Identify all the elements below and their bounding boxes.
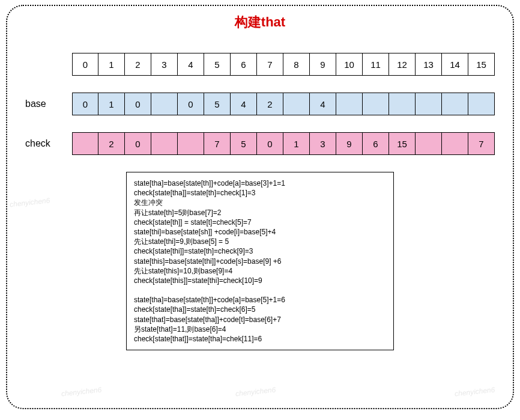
array-cell [178,132,204,155]
base-cells: 01005424 [72,93,495,115]
array-cell: 7 [257,53,283,76]
index-row: 0123456789101112131415 [25,53,495,76]
watermark: chenyichen6 [61,386,101,398]
array-cell: 0 [125,93,151,115]
array-cell: 13 [416,53,442,76]
array-cell: 5 [204,93,231,115]
array-cell: 3 [310,132,336,155]
array-cell [442,93,468,115]
base-row: base 01005424 [25,93,495,115]
array-cell: 0 [178,93,204,115]
array-cell: 5 [204,53,231,76]
check-cells: 207501396157 [72,132,495,155]
array-cell: 0 [72,93,98,115]
array-cell [151,93,178,115]
array-cell [72,132,98,155]
diagram-title: 构建that [25,13,495,31]
index-cells: 0123456789101112131415 [72,53,495,76]
array-cell: 1 [98,93,125,115]
array-cell: 9 [336,132,363,155]
array-cell: 7 [204,132,231,155]
array-cell: 6 [231,53,257,76]
array-cell: 4 [231,93,257,115]
diagram-frame: 构建that 0123456789101112131415 base 01005… [6,5,514,409]
array-cell: 0 [257,132,283,155]
array-cell: 2 [98,132,125,155]
base-row-label: base [25,99,72,109]
array-cell [416,93,442,115]
array-cell: 9 [310,53,336,76]
watermark: chenyichen6 [235,386,276,398]
array-cell: 10 [336,53,363,76]
array-cell: 11 [363,53,389,76]
array-cell: 6 [363,132,389,155]
array-cell: 4 [310,93,336,115]
array-cell: 2 [125,53,151,76]
array-cell: 8 [283,53,310,76]
page: 构建that 0123456789101112131415 base 01005… [0,0,520,420]
check-row: check 207501396157 [25,132,495,155]
array-cell [283,93,310,115]
array-cell [442,132,468,155]
watermark: chenyichen6 [454,386,495,398]
array-cell: 3 [151,53,178,76]
array-cell: 1 [283,132,310,155]
array-cell: 7 [468,132,495,155]
array-cell: 4 [178,53,204,76]
watermark: chenyichen6 [9,196,50,209]
array-cell: 2 [257,93,283,115]
array-cell: 15 [468,53,495,76]
check-row-label: check [25,138,72,149]
array-cell: 12 [389,53,416,76]
array-cell [363,93,389,115]
array-cell [389,93,416,115]
array-cell [468,93,495,115]
array-cell [336,93,363,115]
array-cell: 5 [231,132,257,155]
notes-box: state[tha]=base[state[th]]+code[a]=base[… [126,172,394,350]
array-cell: 1 [98,53,125,76]
array-cell: 0 [125,132,151,155]
array-cell: 14 [442,53,468,76]
array-cell: 0 [72,53,98,76]
array-cell [416,132,442,155]
array-cell [151,132,178,155]
array-cell: 15 [389,132,416,155]
